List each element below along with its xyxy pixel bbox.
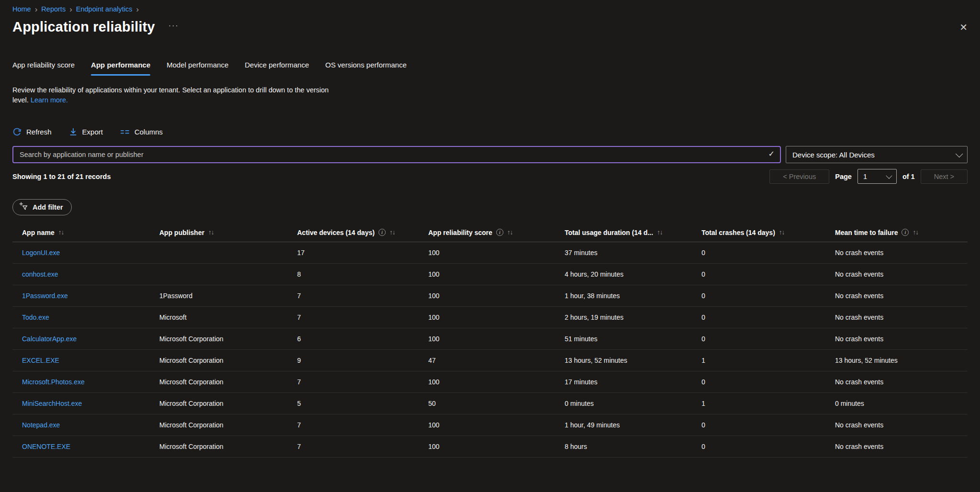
reliability-score-cell: 100 [428, 443, 565, 450]
add-filter-button[interactable]: Add filter [12, 199, 72, 215]
sort-icon: ↑↓ [390, 229, 395, 236]
pagination: < Previous Page 1 of 1 Next > [769, 169, 968, 184]
records-summary: Showing 1 to 21 of 21 records [12, 173, 111, 180]
reliability-score-cell: 100 [428, 313, 565, 321]
app-publisher-cell: Microsoft [159, 313, 297, 321]
active-devices-cell: 8 [297, 270, 428, 278]
app-publisher-cell: Microsoft Corporation [159, 335, 297, 343]
reliability-score-cell: 100 [428, 270, 565, 278]
search-input[interactable] [12, 146, 781, 163]
column-header[interactable]: Total crashes (14 days) ↑↓ [702, 229, 835, 236]
total-crashes-cell: 0 [702, 270, 835, 278]
app-name-link[interactable]: EXCEL.EXE [22, 357, 59, 364]
tab[interactable]: App reliability score [12, 61, 75, 76]
breadcrumb-link[interactable]: Reports [41, 5, 66, 13]
info-icon[interactable]: i [379, 229, 386, 236]
usage-duration-cell: 17 minutes [565, 378, 702, 386]
reliability-score-cell: 100 [428, 421, 565, 429]
column-label: Mean time to failure [835, 229, 898, 236]
usage-duration-cell: 1 hour, 38 minutes [565, 292, 702, 300]
usage-duration-cell: 0 minutes [565, 400, 702, 407]
table-row: 1Password.exe 1Password 7 100 1 hour, 38… [12, 285, 968, 307]
mean-time-to-failure-cell: No crash events [835, 270, 968, 278]
column-header[interactable]: App publisher ↑↓ [159, 229, 297, 236]
reliability-score-cell: 100 [428, 335, 565, 343]
chevron-down-icon [956, 150, 963, 157]
tab[interactable]: App performance [91, 61, 150, 76]
app-name-link[interactable]: CalculatorApp.exe [22, 335, 77, 343]
total-crashes-cell: 0 [702, 335, 835, 343]
column-label: Total usage duration (14 d... [565, 229, 653, 236]
tab[interactable]: Model performance [167, 61, 228, 76]
reliability-score-cell: 100 [428, 292, 565, 300]
sort-icon: ↑↓ [58, 229, 64, 236]
sort-icon: ↑↓ [913, 229, 918, 236]
mean-time-to-failure-cell: No crash events [835, 335, 968, 343]
next-page-button[interactable]: Next > [921, 169, 968, 184]
title-row: Application reliability ··· [12, 19, 968, 35]
column-header[interactable]: Active devices (14 days) i ↑↓ [297, 229, 428, 236]
columns-label: Columns [134, 128, 163, 136]
page-label: Page [835, 173, 852, 180]
mean-time-to-failure-cell: 13 hours, 52 minutes [835, 357, 968, 364]
column-header[interactable]: Mean time to failure i ↑↓ [835, 229, 968, 236]
usage-duration-cell: 1 hour, 49 minutes [565, 421, 702, 429]
app-name-link[interactable]: 1Password.exe [22, 292, 68, 300]
app-name-link[interactable]: MiniSearchHost.exe [22, 400, 82, 407]
total-crashes-cell: 0 [702, 378, 835, 386]
app-name-link[interactable]: LogonUI.exe [22, 249, 60, 257]
tab-label: App performance [91, 61, 150, 69]
search-box: ✓ [12, 146, 781, 163]
usage-duration-cell: 51 minutes [565, 335, 702, 343]
breadcrumb-link[interactable]: Home [12, 5, 31, 13]
page-count-label: of 1 [902, 173, 915, 180]
app-name-link[interactable]: Todo.exe [22, 313, 49, 321]
close-icon[interactable]: ✕ [959, 22, 968, 33]
columns-button[interactable]: Columns [120, 128, 163, 136]
tab-label: Model performance [167, 61, 228, 69]
table-row: Todo.exe Microsoft 7 100 2 hours, 19 min… [12, 307, 968, 328]
column-header[interactable]: Total usage duration (14 d... ↑↓ [565, 229, 702, 236]
column-header[interactable]: App reliability score i ↑↓ [428, 229, 565, 236]
add-filter-icon [19, 202, 28, 212]
table-row: CalculatorApp.exe Microsoft Corporation … [12, 328, 968, 350]
refresh-icon [12, 127, 22, 136]
info-icon[interactable]: i [902, 229, 909, 236]
column-label: Total crashes (14 days) [702, 229, 775, 236]
app-name-link[interactable]: conhost.exe [22, 270, 58, 278]
total-crashes-cell: 1 [702, 400, 835, 407]
info-icon[interactable]: i [496, 229, 503, 236]
records-row: Showing 1 to 21 of 21 records < Previous… [12, 169, 968, 184]
app-name-link[interactable]: Notepad.exe [22, 421, 60, 429]
app-name-link[interactable]: Microsoft.Photos.exe [22, 378, 85, 386]
mean-time-to-failure-cell: No crash events [835, 443, 968, 450]
app-name-link[interactable]: ONENOTE.EXE [22, 443, 70, 450]
page-number-dropdown[interactable]: 1 [858, 169, 897, 184]
app-publisher-cell: Microsoft Corporation [159, 421, 297, 429]
mean-time-to-failure-cell: No crash events [835, 292, 968, 300]
chevron-down-icon [886, 172, 892, 179]
column-header[interactable]: App name ↑↓ [22, 229, 159, 236]
table-header: App name ↑↓ App publisher ↑↓ Active devi… [12, 223, 968, 242]
previous-page-button[interactable]: < Previous [769, 169, 829, 184]
table-row: ONENOTE.EXE Microsoft Corporation 7 100 … [12, 436, 968, 458]
column-label: App publisher [159, 229, 204, 236]
export-button[interactable]: Export [69, 128, 103, 136]
tab[interactable]: OS versions performance [325, 61, 407, 76]
total-crashes-cell: 0 [702, 292, 835, 300]
columns-icon [120, 128, 130, 136]
table-row: EXCEL.EXE Microsoft Corporation 9 47 13 … [12, 350, 968, 371]
device-scope-dropdown[interactable]: Device scope: All Devices [786, 146, 968, 163]
reliability-score-cell: 100 [428, 249, 565, 257]
tab[interactable]: Device performance [245, 61, 309, 76]
filter-row: Add filter [12, 199, 968, 215]
checkmark-icon[interactable]: ✓ [768, 149, 775, 158]
breadcrumb-link[interactable]: Endpoint analytics [76, 5, 133, 13]
mean-time-to-failure-cell: No crash events [835, 378, 968, 386]
active-devices-cell: 17 [297, 249, 428, 257]
reliability-score-cell: 47 [428, 357, 565, 364]
refresh-button[interactable]: Refresh [12, 127, 52, 136]
active-devices-cell: 7 [297, 313, 428, 321]
learn-more-link[interactable]: Learn more. [31, 96, 68, 104]
chevron-right-icon: › [136, 5, 139, 13]
